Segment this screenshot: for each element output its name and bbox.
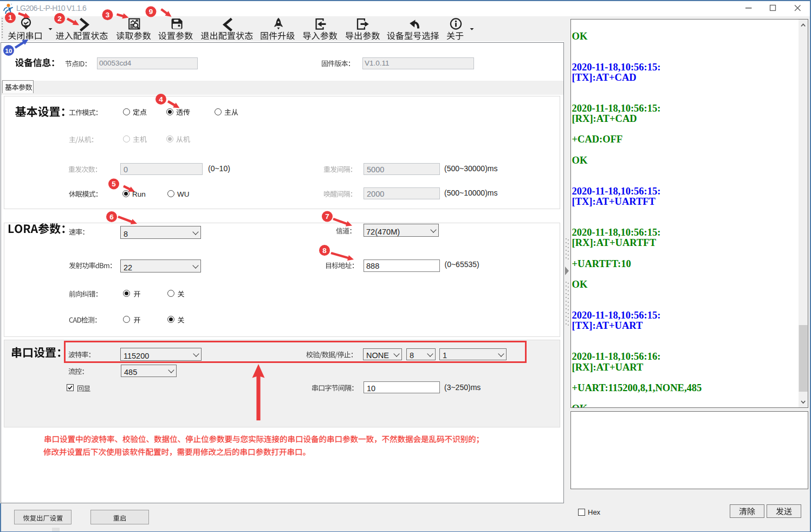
svg-text:5: 5 [112,180,116,188]
svg-text:7: 7 [325,212,329,220]
svg-text:9: 9 [149,8,153,16]
svg-text:6: 6 [109,213,114,221]
svg-text:4: 4 [159,95,163,103]
svg-text:3: 3 [106,11,110,19]
svg-text:10: 10 [5,48,12,54]
svg-text:8: 8 [322,246,327,255]
svg-text:2: 2 [57,15,62,23]
svg-text:1: 1 [8,14,12,22]
